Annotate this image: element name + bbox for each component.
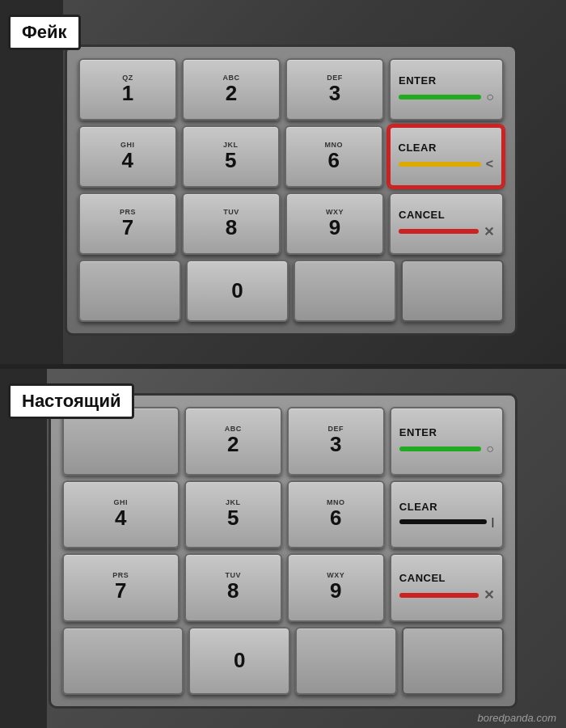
watermark: boredpanda.com <box>477 712 556 724</box>
key-0-digit: 0 <box>231 279 243 303</box>
clear-label-fake: CLEAR <box>399 142 437 154</box>
real-cancel-row: ✕ <box>399 587 494 603</box>
real-clear-key[interactable]: CLEAR | <box>390 480 504 549</box>
keypad-row-3: PRS 7 TUV 8 WXY 9 CANCEL ✕ <box>78 193 504 255</box>
real-key-6[interactable]: MNO 6 <box>287 480 385 549</box>
key-blank-right[interactable] <box>294 260 396 322</box>
fake-panel: Фейк QZ 1 ABC 2 DEF 3 ENTER ○ <box>0 0 566 364</box>
key-3-digit: 3 <box>329 82 340 105</box>
real-label: Настоящий <box>8 383 134 419</box>
real-key-8[interactable]: TUV 8 <box>184 553 282 622</box>
cancel-key-fake[interactable]: CANCEL ✕ <box>389 193 504 255</box>
real-enter-icon: ○ <box>486 442 494 456</box>
real-key-6-digit: 6 <box>330 506 341 530</box>
key-9[interactable]: WXY 9 <box>285 193 384 255</box>
real-enter-label: ENTER <box>399 426 437 438</box>
real-key-7[interactable]: PRS 7 <box>62 553 180 622</box>
real-keypad-row-4: 0 <box>62 627 504 696</box>
keypad-row-1: QZ 1 ABC 2 DEF 3 ENTER ○ <box>78 58 504 121</box>
cancel-icon-fake: ✕ <box>484 224 494 239</box>
key-6-digit: 6 <box>328 149 340 172</box>
real-key-9-digit: 9 <box>330 579 341 603</box>
key-2-digit: 2 <box>226 82 237 105</box>
fake-label: Фейк <box>8 15 81 50</box>
real-clear-bar <box>399 519 487 524</box>
real-keypad: ABC 2 DEF 3 ENTER ○ GHI 4 JKL <box>49 393 517 709</box>
key-7[interactable]: PRS 7 <box>78 193 177 255</box>
real-panel: Настоящий ABC 2 DEF 3 ENTER ○ <box>0 366 566 728</box>
keypad-row-4: 0 <box>78 260 504 322</box>
enter-row: ○ <box>399 90 494 104</box>
real-enter-key[interactable]: ENTER ○ <box>390 407 504 476</box>
key-4[interactable]: GHI 4 <box>78 125 177 188</box>
left-side-dark-top <box>0 0 63 364</box>
real-key-7-digit: 7 <box>115 579 126 603</box>
key-2[interactable]: ABC 2 <box>182 58 281 121</box>
real-cancel-label: CANCEL <box>399 572 446 584</box>
fake-label-text: Фейк <box>22 22 67 42</box>
cancel-label-fake: CANCEL <box>399 209 445 221</box>
real-key-9[interactable]: WXY 9 <box>287 553 385 622</box>
enter-bar <box>399 95 481 99</box>
key-7-digit: 7 <box>122 216 133 239</box>
real-key-4[interactable]: GHI 4 <box>62 480 180 549</box>
real-key-blank-left[interactable] <box>62 627 184 696</box>
real-key-3[interactable]: DEF 3 <box>287 407 385 476</box>
key-3[interactable]: DEF 3 <box>285 58 384 121</box>
key-9-digit: 9 <box>329 216 340 239</box>
key-4-digit: 4 <box>122 149 133 172</box>
real-key-blank-right[interactable] <box>295 627 397 696</box>
cancel-bar-fake <box>399 229 479 234</box>
key-blank-left[interactable] <box>78 260 181 322</box>
real-cancel-key[interactable]: CANCEL ✕ <box>390 553 504 622</box>
real-key-2[interactable]: ABC 2 <box>184 407 282 476</box>
real-key-5-digit: 5 <box>227 506 239 530</box>
real-action-blank[interactable] <box>402 627 504 696</box>
real-key-0-digit: 0 <box>234 649 245 672</box>
key-8-digit: 8 <box>226 216 237 239</box>
real-cancel-bar <box>399 593 479 598</box>
real-clear-label: CLEAR <box>399 501 437 513</box>
key-0[interactable]: 0 <box>186 260 289 322</box>
real-key-2-digit: 2 <box>227 433 239 456</box>
real-clear-icon: | <box>492 516 494 527</box>
key-1[interactable]: QZ 1 <box>78 58 177 121</box>
key-8[interactable]: TUV 8 <box>182 193 281 255</box>
real-enter-bar <box>399 447 481 451</box>
real-key-4-digit: 4 <box>115 506 126 530</box>
real-clear-row: | <box>399 516 494 527</box>
key-1-digit: 1 <box>122 82 133 105</box>
key-5-digit: 5 <box>225 149 236 172</box>
clear-row-fake: < <box>399 157 494 171</box>
real-cancel-icon: ✕ <box>484 587 494 603</box>
enter-icon: ○ <box>486 90 494 104</box>
real-key-0[interactable]: 0 <box>188 627 290 696</box>
left-side-dark-bottom <box>0 369 47 728</box>
fake-keypad: QZ 1 ABC 2 DEF 3 ENTER ○ GHI <box>65 44 517 336</box>
real-label-text: Настоящий <box>22 391 120 411</box>
real-key-5[interactable]: JKL 5 <box>184 480 282 549</box>
real-keypad-row-2: GHI 4 JKL 5 MNO 6 CLEAR | <box>62 480 504 549</box>
real-keypad-row-3: PRS 7 TUV 8 WXY 9 CANCEL ✕ <box>62 553 504 622</box>
key-5[interactable]: JKL 5 <box>182 125 281 188</box>
real-key-3-digit: 3 <box>330 433 341 456</box>
clear-bar-fake <box>399 162 481 167</box>
key-6[interactable]: MNO 6 <box>285 125 383 188</box>
clear-key-fake[interactable]: CLEAR < <box>388 125 505 188</box>
enter-label: ENTER <box>399 74 437 87</box>
real-key-8-digit: 8 <box>227 579 239 603</box>
action-blank-fake[interactable] <box>401 260 504 322</box>
real-enter-row: ○ <box>399 442 494 456</box>
keypad-row-2: GHI 4 JKL 5 MNO 6 CLEAR < <box>78 125 504 188</box>
clear-icon-fake: < <box>486 157 493 171</box>
cancel-row-fake: ✕ <box>399 224 494 239</box>
enter-key[interactable]: ENTER ○ <box>389 58 504 121</box>
